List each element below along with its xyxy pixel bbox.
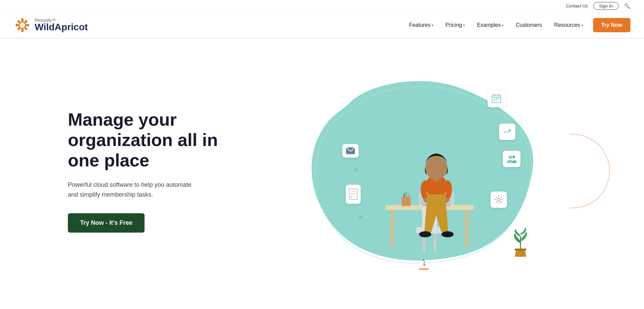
deco-circle [569,134,610,208]
hero-right-illustration: $ [244,69,603,273]
svg-rect-39 [465,210,469,247]
svg-point-61 [419,231,431,237]
users-icon-float [503,151,520,167]
try-now-nav-button[interactable]: Try Now [593,18,630,32]
svg-rect-52 [402,197,411,206]
logo-text: Personify™ WildApricot [35,18,88,32]
email-icon-float [342,144,359,158]
nav-resources[interactable]: Resources ▾ [549,19,587,31]
svg-rect-63 [515,249,526,251]
scroll-chevron-icon: ⤵ [422,258,426,267]
settings-icon-float [491,192,507,208]
pricing-dropdown-arrow: ▾ [463,23,465,27]
nav-customers[interactable]: Customers [511,19,547,31]
features-dropdown-arrow: ▾ [432,23,433,27]
svg-text:$: $ [351,196,352,199]
search-icon[interactable]: 🔍 [624,3,630,9]
teal-dot-2 [359,215,363,219]
svg-point-30 [512,156,515,158]
hero-left-content: Manage your organization all in one plac… [68,110,244,233]
contact-us-link[interactable]: Contact Us [566,3,588,8]
svg-point-62 [441,231,454,237]
hero-title: Manage your organization all in one plac… [68,110,244,170]
teal-dot-1 [354,168,358,172]
svg-point-36 [497,198,500,201]
svg-rect-38 [391,210,394,247]
top-bar: Contact Us Sign In 🔍 [0,0,644,12]
hero-cta-button[interactable]: Try Now - It's Free [68,213,145,233]
payment-icon-float: $ [499,124,515,140]
svg-point-60 [425,156,447,180]
svg-rect-24 [494,100,495,101]
plant-decoration [509,223,532,258]
scroll-indicator[interactable]: ⤵ [419,258,429,270]
invoice-icon-float: $ [346,185,361,204]
logo-wildapricot-text: WildApricot [35,22,88,32]
nav-pricing[interactable]: Pricing ▾ [441,19,470,31]
calendar-icon-float [488,90,505,107]
svg-rect-23 [498,98,499,99]
illustration-container: $ [308,69,539,273]
svg-point-29 [509,156,512,159]
resources-dropdown-arrow: ▾ [581,23,583,27]
svg-text:$: $ [509,129,510,132]
svg-rect-22 [496,98,497,99]
nav-features[interactable]: Features ▾ [404,19,438,31]
logo-link[interactable]: Personify™ WildApricot [14,16,88,34]
navbar: Personify™ WildApricot Features ▾ Pricin… [0,12,644,39]
examples-dropdown-arrow: ▾ [502,23,504,27]
nav-examples[interactable]: Examples ▾ [472,19,508,31]
sign-in-button[interactable]: Sign In [593,2,619,10]
hero-subtitle: Powerful cloud software to help you auto… [68,180,197,200]
hero-section: Manage your organization all in one plac… [0,39,644,297]
svg-rect-21 [494,98,495,99]
nav-links: Features ▾ Pricing ▾ Examples ▾ Customer… [404,18,630,32]
svg-rect-25 [496,100,497,101]
logo-icon [14,16,31,34]
person-at-desk [372,127,487,256]
scroll-underline [419,269,429,270]
svg-rect-41 [434,232,436,253]
